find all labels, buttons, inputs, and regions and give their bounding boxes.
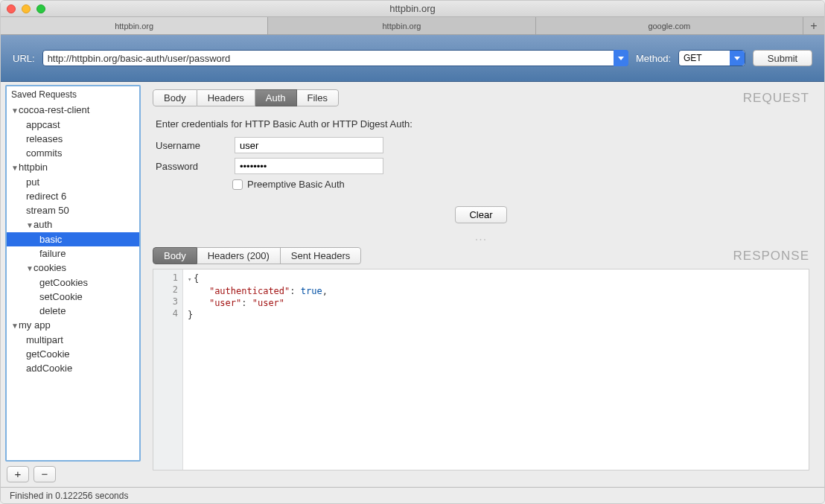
status-bar: Finished in 0.122256 seconds — [1, 487, 824, 503]
tree-item[interactable]: commits — [7, 146, 139, 160]
request-tabs: Body Headers Auth Files — [153, 89, 339, 106]
tree-item-label: my app — [19, 319, 51, 331]
tree-item-label: redirect 6 — [26, 191, 66, 202]
tree-item-label: stream 50 — [26, 205, 69, 216]
response-body-editor[interactable]: 1 2 3 4 ▾{ "authenticated": true, "user"… — [153, 269, 809, 470]
tab-2[interactable]: google.com — [536, 17, 803, 34]
tree-item[interactable]: put — [7, 175, 139, 189]
tree-item-label: getCookies — [39, 277, 88, 288]
response-json: ▾{ "authenticated": true, "user": "user"… — [183, 269, 809, 470]
tab-0[interactable]: httpbin.org — [1, 17, 268, 34]
tree-item[interactable]: basic — [7, 232, 139, 246]
tree-item[interactable]: addCookie — [7, 361, 139, 375]
gutter: 1 2 3 4 — [153, 269, 183, 470]
tree-item[interactable]: delete — [7, 304, 139, 318]
tree-item-label: getCookie — [26, 348, 70, 360]
status-text: Finished in 0.122256 seconds — [10, 491, 128, 501]
tree-item-label: releases — [26, 133, 63, 144]
tree-item-label: httpbin — [19, 162, 48, 173]
titlebar: httpbin.org — [1, 1, 824, 17]
tree-item[interactable]: stream 50 — [7, 203, 139, 217]
disclosure-triangle-icon[interactable]: ▼ — [11, 161, 19, 175]
method-dropdown-icon — [730, 51, 745, 66]
url-label: URL: — [13, 53, 35, 64]
tree-item[interactable]: failure — [7, 246, 139, 261]
disclosure-triangle-icon[interactable]: ▼ — [26, 261, 34, 275]
url-history-dropdown[interactable] — [614, 50, 628, 66]
request-tab-files[interactable]: Files — [297, 89, 339, 106]
tree-item-label: addCookie — [26, 363, 72, 374]
tree-item[interactable]: getCookie — [7, 347, 139, 361]
chevron-down-icon — [618, 57, 624, 60]
new-tab-button[interactable]: + — [803, 17, 824, 34]
tree-item[interactable]: setCookie — [7, 290, 139, 304]
tree-item[interactable]: ▼auth — [7, 217, 139, 232]
tree-item-label: failure — [39, 248, 66, 259]
tree-item-label: auth — [34, 219, 52, 230]
window-title: httpbin.org — [389, 3, 435, 14]
tree-item-label: cookies — [34, 262, 66, 273]
tree-item-label: cocoa-rest-client — [19, 104, 89, 115]
disclosure-triangle-icon[interactable]: ▼ — [11, 103, 19, 118]
tree-item[interactable]: getCookies — [7, 275, 139, 290]
window-minimize-button[interactable] — [22, 4, 31, 13]
tree-item[interactable]: redirect 6 — [7, 189, 139, 203]
tree-item-label: commits — [26, 147, 62, 159]
password-input[interactable] — [235, 158, 383, 174]
method-label: Method: — [636, 53, 671, 64]
response-tab-headers[interactable]: Headers (200) — [197, 247, 281, 264]
tab-1[interactable]: httpbin.org — [268, 17, 535, 34]
clear-auth-button[interactable]: Clear — [455, 206, 506, 223]
add-request-button[interactable]: + — [7, 466, 29, 482]
preemptive-label: Preemptive Basic Auth — [247, 179, 345, 190]
remove-request-button[interactable]: − — [34, 466, 56, 482]
tree-item-label: setCookie — [39, 291, 83, 302]
tab-label: httpbin.org — [383, 22, 421, 31]
tree-item[interactable]: appcast — [7, 118, 139, 132]
disclosure-triangle-icon[interactable]: ▼ — [26, 218, 34, 232]
url-input[interactable] — [42, 50, 628, 66]
username-input[interactable] — [235, 137, 383, 153]
pane-splitter[interactable]: ● ● ● — [153, 235, 809, 243]
disclosure-triangle-icon[interactable]: ▼ — [11, 319, 19, 333]
window-close-button[interactable] — [7, 4, 16, 13]
request-tab-headers[interactable]: Headers — [197, 89, 255, 106]
auth-description: Enter credentials for HTTP Basic Auth or… — [156, 118, 806, 130]
request-section-title: REQUEST — [743, 91, 809, 106]
tree-item[interactable]: multipart — [7, 333, 139, 347]
request-tab-auth[interactable]: Auth — [255, 89, 297, 106]
response-tabs: Body Headers (200) Sent Headers — [153, 247, 361, 264]
preemptive-checkbox[interactable] — [232, 179, 243, 190]
response-tab-sent-headers[interactable]: Sent Headers — [281, 247, 362, 264]
sidebar-title: Saved Requests — [7, 89, 139, 103]
tree-item[interactable]: ▼cocoa-rest-client — [7, 103, 139, 118]
fold-icon[interactable]: ▾ — [188, 273, 194, 285]
saved-requests-sidebar[interactable]: Saved Requests ▼cocoa-rest-clientappcast… — [5, 85, 141, 462]
response-tab-body[interactable]: Body — [153, 247, 197, 264]
response-section-title: RESPONSE — [733, 249, 809, 264]
tree-item-label: basic — [39, 234, 62, 245]
tree-item-label: delete — [39, 305, 66, 316]
username-label: Username — [156, 140, 230, 151]
tree-item[interactable]: releases — [7, 132, 139, 146]
tree-item[interactable]: ▼httpbin — [7, 160, 139, 175]
tree-item[interactable]: ▼my app — [7, 318, 139, 333]
tree-item-label: appcast — [26, 119, 60, 130]
tree-item-label: put — [26, 176, 39, 188]
method-select[interactable]: GET — [678, 50, 745, 66]
request-tab-body[interactable]: Body — [153, 89, 197, 106]
tab-label: google.com — [648, 22, 690, 31]
password-label: Password — [156, 161, 230, 172]
tree-item-label: multipart — [26, 334, 63, 345]
window-zoom-button[interactable] — [36, 4, 45, 13]
tab-label: httpbin.org — [115, 22, 153, 31]
url-bar: URL: Method: GET Submit — [1, 35, 824, 82]
tree-item[interactable]: ▼cookies — [7, 261, 139, 275]
tabs-row: httpbin.org httpbin.org google.com + — [1, 17, 824, 35]
submit-button[interactable]: Submit — [753, 50, 812, 66]
method-value: GET — [684, 53, 702, 63]
